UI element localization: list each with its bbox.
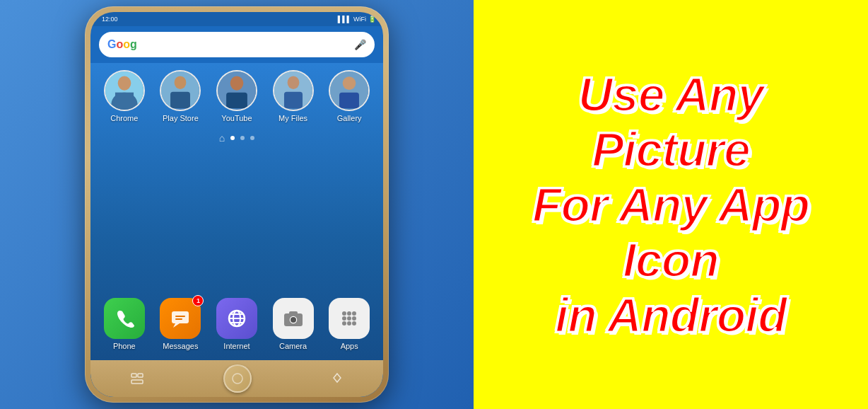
gallery-label: Gallery <box>337 114 362 122</box>
search-bar[interactable]: Goog 🎤 <box>99 32 375 57</box>
svg-point-29 <box>342 311 346 316</box>
myfiles-icon-round <box>273 70 314 111</box>
home-page-icon: ⌂ <box>219 132 225 144</box>
youtube-icon-round <box>216 70 257 111</box>
svg-point-41 <box>233 374 242 384</box>
svg-rect-18 <box>175 316 185 317</box>
svg-point-35 <box>342 321 346 326</box>
camera-dock-icon <box>273 298 314 339</box>
title-line2: Picture <box>532 122 809 177</box>
chrome-label: Chrome <box>110 114 138 122</box>
home-screen: Chrome Play Store <box>90 63 383 360</box>
dock-item-messages[interactable]: 1 Messages <box>155 298 206 350</box>
dock-item-phone[interactable]: Phone <box>99 298 150 350</box>
svg-rect-9 <box>226 93 247 108</box>
dock-item-camera[interactable]: Camera <box>268 298 319 350</box>
svg-point-34 <box>352 316 356 321</box>
mic-icon: 🎤 <box>354 39 366 50</box>
svg-point-11 <box>287 76 299 89</box>
svg-point-14 <box>343 76 356 90</box>
svg-point-37 <box>352 321 356 326</box>
messages-badge: 1 <box>192 295 204 306</box>
gallery-icon-round <box>329 70 370 111</box>
phone-dock-icon <box>104 298 145 339</box>
svg-point-1 <box>117 76 131 90</box>
messages-dock-label: Messages <box>163 342 198 350</box>
svg-point-33 <box>347 316 351 321</box>
page-indicators: ⌂ <box>96 132 377 144</box>
page-dot-2 <box>240 136 245 140</box>
svg-rect-15 <box>339 93 359 108</box>
status-icons: ▌▌▌ WiFi 🔋 <box>338 16 376 23</box>
app-item-chrome[interactable]: Chrome <box>99 70 150 122</box>
svg-point-5 <box>175 76 187 89</box>
title-line4: Icon <box>532 232 809 287</box>
dock-item-apps[interactable]: Apps <box>324 298 375 350</box>
apps-dock-label: Apps <box>341 342 358 350</box>
back-button[interactable] <box>130 371 144 386</box>
title-block: Use Any Picture For Any App Icon in Andr… <box>532 67 809 343</box>
phone-dock-label: Phone <box>113 342 136 350</box>
messages-dock-icon: 1 <box>160 298 201 339</box>
playstore-icon-round <box>160 70 201 111</box>
app-item-youtube[interactable]: YouTube <box>211 70 262 122</box>
title-line1: Use Any <box>532 67 809 122</box>
svg-point-30 <box>347 311 351 316</box>
internet-dock-icon <box>216 298 257 339</box>
camera-dock-label: Camera <box>279 342 307 350</box>
svg-rect-39 <box>138 374 143 377</box>
svg-point-32 <box>342 316 346 321</box>
internet-dock-label: Internet <box>223 342 250 350</box>
apps-dock-icon <box>329 298 370 339</box>
right-panel: Use Any Picture For Any App Icon in Andr… <box>474 0 868 409</box>
svg-rect-16 <box>172 311 189 323</box>
page-dot-3 <box>250 136 254 140</box>
left-panel: 12:00 ▌▌▌ WiFi 🔋 Goog 🎤 <box>0 0 474 409</box>
myfiles-label: My Files <box>278 114 307 122</box>
recents-button[interactable] <box>331 372 344 385</box>
svg-point-36 <box>347 321 351 326</box>
title-line5: in Android <box>532 287 809 342</box>
svg-rect-40 <box>131 380 143 384</box>
svg-rect-28 <box>289 311 298 315</box>
phone-mockup: 12:00 ▌▌▌ WiFi 🔋 Goog 🎤 <box>85 6 389 403</box>
google-logo: Goog <box>107 38 137 51</box>
title-line3: For Any App <box>532 177 809 232</box>
svg-rect-6 <box>170 92 190 108</box>
svg-point-8 <box>230 76 244 90</box>
phone-inner: 12:00 ▌▌▌ WiFi 🔋 Goog 🎤 <box>90 12 383 397</box>
svg-marker-17 <box>173 323 180 328</box>
svg-rect-12 <box>284 92 303 108</box>
app-item-playstore[interactable]: Play Store <box>155 70 206 122</box>
dock-item-internet[interactable]: Internet <box>211 298 262 350</box>
svg-point-31 <box>352 311 356 316</box>
app-item-myfiles[interactable]: My Files <box>268 70 319 122</box>
top-app-row: Chrome Play Store <box>96 70 377 122</box>
dock-row: Phone 1 Messages <box>96 298 377 350</box>
svg-rect-3 <box>115 93 134 108</box>
youtube-label: YouTube <box>221 114 252 122</box>
page-dot-1 <box>230 136 235 140</box>
svg-point-27 <box>291 317 296 323</box>
home-button[interactable] <box>223 364 252 393</box>
app-item-gallery[interactable]: Gallery <box>324 70 375 122</box>
playstore-label: Play Store <box>163 114 199 122</box>
chrome-icon-round <box>104 70 145 111</box>
svg-rect-38 <box>131 374 136 377</box>
svg-rect-19 <box>175 318 182 320</box>
nav-bar <box>90 360 383 397</box>
status-bar: 12:00 ▌▌▌ WiFi 🔋 <box>90 12 383 26</box>
